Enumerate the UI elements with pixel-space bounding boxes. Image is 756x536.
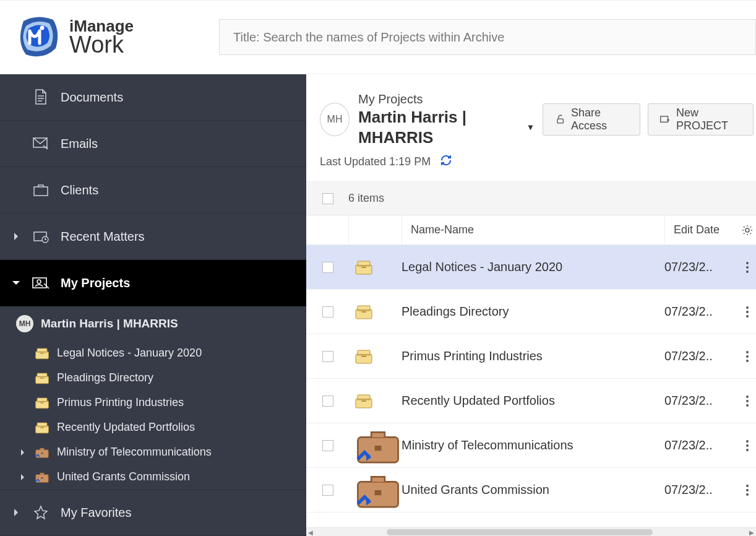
sidebar-project-label: Ministry of Telecommunications [57, 446, 212, 459]
sidebar-item-clients[interactable]: Clients [0, 167, 306, 214]
row-menu-icon[interactable] [739, 261, 756, 274]
sidebar-project-label: Recently Updated Portfolios [57, 421, 195, 434]
svg-point-12 [746, 270, 749, 273]
row-checkbox[interactable] [322, 306, 333, 318]
svg-point-13 [746, 306, 749, 309]
scroll-right-icon[interactable]: ▶ [747, 528, 756, 536]
sidebar-item-my-favorites[interactable]: My Favorites [0, 490, 306, 536]
svg-point-24 [746, 449, 749, 451]
svg-point-11 [746, 266, 749, 269]
svg-point-6 [37, 280, 41, 283]
row-name: Legal Notices - January 2020 [402, 260, 664, 274]
chevron-right-icon [19, 473, 27, 481]
svg-point-14 [746, 311, 749, 313]
chevron-down-icon [11, 280, 21, 286]
sidebar-subnav: MH Martin Harris | MHARRIS Legal Notices… [0, 306, 306, 490]
svg-point-23 [746, 444, 749, 447]
scroll-left-icon[interactable]: ◀ [306, 528, 315, 536]
svg-point-15 [746, 315, 749, 318]
row-menu-icon[interactable] [739, 395, 756, 407]
sidebar-project-item[interactable]: Legal Notices - January 2020 [0, 341, 306, 366]
svg-point-17 [746, 355, 749, 358]
sidebar-project-item[interactable]: Pleadings Directory [0, 366, 306, 391]
archive-box-icon [35, 420, 49, 435]
rows: Legal Notices - January 202007/23/2..Ple… [306, 245, 756, 527]
svg-point-27 [746, 493, 749, 496]
star-icon [32, 505, 49, 520]
row-name: Pleadings Directory [402, 305, 664, 319]
briefcase-icon [348, 444, 402, 528]
table-row[interactable]: United Grants Commission07/23/2.. [306, 468, 756, 512]
row-menu-icon[interactable] [739, 350, 756, 363]
row-menu-icon[interactable] [739, 439, 756, 452]
row-checkbox[interactable] [322, 351, 333, 362]
owner-name-dropdown[interactable]: Martin Harris | MHARRIS ▾ [358, 107, 533, 147]
new-project-button[interactable]: New PROJECT [648, 103, 754, 136]
svg-rect-7 [557, 119, 563, 123]
sidebar-user-label: Martin Harris | MHARRIS [41, 317, 178, 331]
email-icon [32, 137, 49, 150]
search-input[interactable]: Title: Search the names of Projects with… [219, 19, 756, 55]
sidebar-user[interactable]: MH Martin Harris | MHARRIS [0, 306, 306, 341]
svg-point-0 [40, 26, 45, 30]
logo-icon [12, 12, 62, 62]
sidebar-item-emails[interactable]: Emails [0, 121, 306, 167]
svg-point-26 [746, 489, 749, 491]
col-name[interactable]: Name-Name [402, 215, 664, 244]
row-checkbox[interactable] [322, 262, 333, 273]
row-menu-icon[interactable] [739, 306, 756, 318]
svg-point-22 [746, 440, 749, 443]
app-logo: iManage Work [12, 12, 204, 62]
sidebar-item-label: My Projects [61, 276, 130, 290]
owner-block: MH My Projects Martin Harris | MHARRIS ▾ [320, 92, 533, 147]
sidebar-item-label: Clients [61, 183, 98, 197]
chevron-right-icon [19, 449, 27, 456]
list-summary: 6 items [306, 182, 756, 215]
sidebar-item-recent-matters[interactable]: Recent Matters [0, 214, 306, 260]
select-all-checkbox[interactable] [322, 193, 333, 204]
row-edit-date: 07/23/2.. [664, 438, 739, 452]
table-row[interactable]: Pleadings Directory07/23/2.. [306, 290, 756, 334]
svg-point-20 [746, 400, 749, 402]
chevron-right-icon [11, 232, 21, 241]
sidebar-project-label: Primus Printing Industries [57, 396, 184, 409]
table-row[interactable]: Primus Printing Industries07/23/2.. [306, 334, 756, 379]
sidebar-project-item[interactable]: United Grants Commission [0, 465, 306, 490]
table-row[interactable]: Legal Notices - January 202007/23/2.. [306, 245, 756, 290]
col-edit-date[interactable]: Edit Date [664, 215, 739, 244]
sidebar-item-documents[interactable]: Documents [0, 74, 306, 121]
row-edit-date: 07/23/2.. [664, 483, 739, 497]
svg-point-18 [746, 360, 749, 362]
archive-box-icon [348, 259, 402, 275]
svg-point-25 [746, 485, 749, 487]
row-menu-icon[interactable] [739, 484, 756, 496]
columns-gear-icon[interactable] [739, 225, 756, 236]
archive-box-icon [348, 348, 402, 365]
row-name: Primus Printing Industries [402, 349, 664, 363]
row-checkbox[interactable] [322, 440, 333, 451]
svg-point-21 [746, 404, 749, 407]
row-checkbox[interactable] [322, 396, 333, 407]
scroll-thumb[interactable] [387, 529, 653, 535]
section-title: My Projects [358, 92, 533, 107]
row-edit-date: 07/23/2.. [664, 260, 739, 274]
new-project-label: New PROJECT [676, 106, 742, 132]
archive-box-icon [35, 396, 49, 410]
svg-rect-2 [34, 187, 48, 196]
row-name: Ministry of Telecommunications [402, 438, 664, 452]
last-updated-label: Last Updated 1:19 PM [320, 155, 431, 168]
row-checkbox[interactable] [322, 485, 333, 496]
sidebar-item-label: My Favorites [61, 506, 131, 520]
row-name: United Grants Commission [402, 483, 664, 497]
horizontal-scrollbar[interactable]: ◀ ▶ [306, 527, 756, 536]
sidebar-item-my-projects[interactable]: My Projects [0, 260, 306, 306]
refresh-icon[interactable] [439, 153, 453, 170]
share-access-button[interactable]: Share Access [543, 103, 640, 136]
share-access-label: Share Access [571, 106, 629, 132]
archive-box-icon [348, 304, 402, 320]
caret-down-icon: ▾ [528, 122, 533, 133]
sidebar-project-label: Legal Notices - January 2020 [57, 347, 202, 360]
owner-avatar: MH [320, 103, 350, 136]
row-edit-date: 07/23/2.. [664, 305, 739, 319]
svg-point-10 [746, 262, 749, 264]
